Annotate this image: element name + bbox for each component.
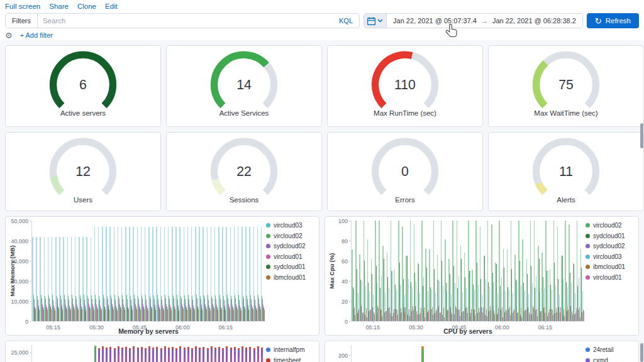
bar-ibmcloud01 [121,309,121,321]
date-from[interactable]: Jan 22, 2021 @ 05:07:37.4 [393,17,477,25]
gauge-panel-alerts[interactable]: 11Alerts [488,132,644,211]
legend-item-vircloud03[interactable]: vircloud03 [586,253,622,260]
bar-ibmcloud01 [47,310,48,321]
refresh-button[interactable]: ↻ Refresh [587,13,639,28]
edit-link[interactable]: Edit [105,0,118,13]
legend-label: internalfpm [274,346,304,353]
legend-item-cxmd[interactable]: cxmd [586,357,608,362]
gauge-panel-sessions[interactable]: 22Sessions [166,132,322,211]
y-tick-mark [349,261,351,261]
full-screen-link[interactable]: Full screen [5,0,40,13]
bar-ibmcloud01 [233,310,234,321]
bar-bar-pink [192,357,192,362]
chart-title: Memory by servers [32,327,265,335]
add-filter-link[interactable]: + Add filter [20,31,53,39]
bar-bar-pink [111,356,111,362]
bar-ibmcloud01 [175,309,175,321]
gauge-panel-max-runtime-sec[interactable]: 110Max RunTime (sec) [327,45,483,127]
bar-sydcloud01 [554,263,555,321]
bar-ibmcloud01 [67,309,67,321]
bar-vircloud01 [464,311,464,321]
bar-ibmcloud01 [221,309,222,321]
y-tick-mark [349,221,351,221]
bar-vircloud01 [386,311,387,321]
y-tick-mark [349,281,351,282]
y-tick-mark [30,301,31,302]
clone-link[interactable]: Clone [77,0,96,13]
legend-item-sydcloud01[interactable]: sydcloud01 [586,233,625,239]
legend-label: timesheet [274,357,301,362]
bar-bar-pink [200,356,201,362]
legend-item-timesheet[interactable]: timesheet [266,357,301,362]
filters-menu-button[interactable]: Filters [6,14,38,28]
legend-item-vircloud02[interactable]: vircloud02 [266,233,303,239]
bar-vircloud01 [494,314,495,321]
calendar-dropdown-button[interactable] [364,14,387,28]
bar-vircloud01 [572,314,573,321]
date-to[interactable]: Jan 22, 2021 @ 06:28:38.2 [492,17,576,25]
legend-dot [586,348,590,352]
gauge-panel-errors[interactable]: 0Errors [327,132,483,211]
bar-bar-pink [107,356,108,362]
legend-item-internalfpm[interactable]: internalfpm [266,346,304,353]
legend-item-vircloud02[interactable]: vircloud02 [586,222,622,229]
bar-bar-pink [122,356,123,362]
bar-vircloud01 [428,311,429,321]
bar-vircloud01 [367,317,367,321]
bar-bar-pink [173,356,174,362]
gauge-panel-active-services[interactable]: 14Active Services [166,45,322,127]
bar-ibmcloud01 [148,310,148,321]
x-tick-mark [53,321,54,323]
legend-item-vircloud01[interactable]: vircloud01 [266,253,303,260]
gauge-value: 22 [236,164,252,179]
panel-scrollbar-thumb[interactable] [640,343,643,362]
bar-ibmcloud01 [155,310,156,321]
gauge-panel-users[interactable]: 12Users [5,132,161,211]
legend-item-sydcloud01[interactable]: sydcloud01 [266,263,306,270]
gauge-title: Errors [395,196,414,204]
legend-item-sydcloud02[interactable]: sydcloud02 [586,243,625,250]
legend-item-vircloud03[interactable]: vircloud03 [266,222,303,229]
search-input[interactable] [38,17,333,25]
y-tick-mark [30,321,31,322]
legend-item-sydcloud02[interactable]: sydcloud02 [266,243,306,250]
gauge-panel-active-servers[interactable]: 6Active servers [5,45,161,127]
bar-vircloud01 [580,317,580,321]
bar-bar-pink [204,356,204,362]
bar-vircloud01 [471,309,472,321]
legend-label: 24retail [593,346,614,353]
gauge-panel-max-waittime-sec[interactable]: 75Max WaitTime (sec) [488,45,644,127]
share-link[interactable]: Share [49,0,69,13]
kql-language-button[interactable]: KQL [333,17,359,25]
bar-sydcloud01 [418,264,419,321]
gauge-max-runtime-sec: 110Max RunTime (sec) [328,46,482,126]
bar-ibmcloud01 [245,309,245,321]
bar-vircloud01 [390,313,391,321]
bar-vircloud01 [576,308,577,321]
bar-ibmcloud01 [70,310,71,321]
bar-vircloud01 [401,312,402,321]
legend-dot [586,234,590,238]
bar-ibmcloud01 [210,310,211,321]
gauge-arc: 0 [358,134,452,197]
bar-vircloud01 [413,310,414,321]
legend-item-vircloud01[interactable]: vircloud01 [586,274,622,281]
gauge-arc: 110 [358,48,452,111]
y-tick-mark [349,355,351,356]
y-tick-label: 40,000 [6,238,28,244]
legend-item-ibmcloud01[interactable]: ibmcloud01 [586,263,625,270]
bar-bar-pink [258,354,258,362]
bar-bar-pink [238,357,239,362]
legend-item-24retail[interactable]: 24retail [586,346,614,353]
y-tick-label: 200 [325,353,348,359]
page-scrollbar-thumb[interactable] [640,123,643,148]
bar-ibmcloud01 [82,309,82,321]
y-tick-label: 40 [325,278,348,285]
bar-ibmcloud01 [253,309,253,321]
gear-icon[interactable]: ⚙ [5,31,13,40]
legend-item-ibmcloud01[interactable]: ibmcloud01 [266,274,306,281]
y-tick-label: 10,000 [6,299,28,305]
y-tick-label: 20 [325,299,348,305]
x-tick-mark [226,321,226,323]
bar-sydcloud01 [453,266,454,321]
